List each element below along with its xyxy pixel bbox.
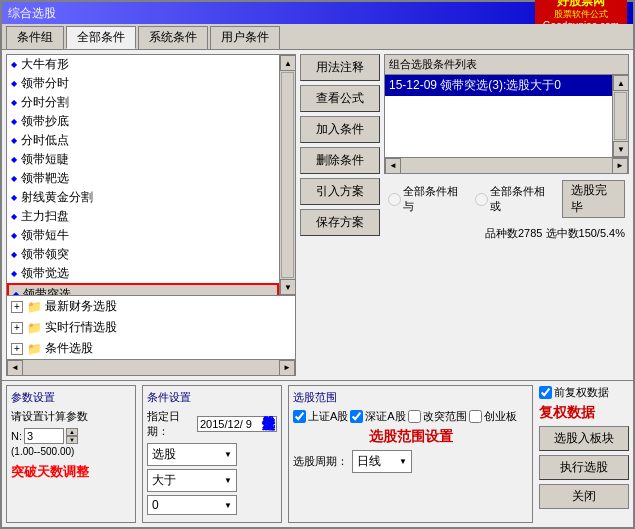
param-hint: 请设置计算参数 xyxy=(11,409,131,424)
close-btn[interactable]: 关闭 xyxy=(539,484,629,509)
tab-user-conditions[interactable]: 用户条件 xyxy=(210,26,280,49)
list-item[interactable]: ◆领带分时 xyxy=(7,74,279,93)
radio-and[interactable]: 全部条件相与 xyxy=(388,184,465,214)
adjust-text: 突破天数调整 xyxy=(11,463,131,481)
period-row: 选股周期： 日线 ▼ xyxy=(293,450,528,473)
selected-h-scrollbar[interactable]: ◄ ► xyxy=(385,157,628,173)
h-scroll-track[interactable] xyxy=(23,362,279,374)
scroll-left-btn[interactable]: ◄ xyxy=(7,360,23,376)
scroll-thumb[interactable] xyxy=(281,72,294,278)
tree-item-label: 最新财务选股 xyxy=(45,298,117,315)
n-input[interactable] xyxy=(24,428,64,444)
scroll-up-btn[interactable]: ▲ xyxy=(280,55,295,71)
scroll-right-btn[interactable]: ► xyxy=(279,360,295,376)
scroll-up-btn[interactable]: ▲ xyxy=(613,75,628,91)
select-zero[interactable]: 0 ▼ xyxy=(147,495,237,515)
scroll-left-btn[interactable]: ◄ xyxy=(385,158,401,174)
selected-scrollbar[interactable]: ▲ ▼ xyxy=(612,75,628,157)
tab-all-conditions[interactable]: 全部条件 xyxy=(66,26,136,49)
list-item[interactable]: ◆领带靶选 xyxy=(7,169,279,188)
list-item[interactable]: ◆主力扫盘 xyxy=(7,207,279,226)
list-item[interactable]: ◆领带短牛 xyxy=(7,226,279,245)
list-with-scroll: ◆大牛有形 ◆领带分时 ◆分时分割 ◆领带抄底 ◆分时低点 ◆领带短睫 ◆领带靶… xyxy=(7,55,295,295)
period-select[interactable]: 日线 ▼ xyxy=(352,450,412,473)
list-item[interactable]: ◆领带短睫 xyxy=(7,150,279,169)
chevron-down-icon: ▼ xyxy=(399,457,407,466)
tree-item-condition[interactable]: + 📁 条件选股 xyxy=(7,338,295,359)
scroll-right-btn[interactable]: ► xyxy=(612,158,628,174)
scroll-thumb[interactable] xyxy=(614,92,627,140)
list-item[interactable]: ◆射线黄金分割 xyxy=(7,188,279,207)
view-formula-btn[interactable]: 查看公式 xyxy=(300,85,380,112)
tree-item-label: 实时行情选股 xyxy=(45,319,117,336)
right-panel: 组合选股条件列表 15-12-09 领带突选(3):选股大于0 ▲ ▼ ◄ ► xyxy=(384,54,629,376)
tree-item-realtime[interactable]: + 📁 实时行情选股 xyxy=(7,317,295,338)
diamond-icon: ◆ xyxy=(11,231,17,240)
selected-list-header: 组合选股条件列表 xyxy=(385,55,628,75)
tab-condition-group[interactable]: 条件组 xyxy=(6,26,64,49)
check-chuangye[interactable]: 创业板 xyxy=(469,409,517,424)
scroll-down-btn[interactable]: ▼ xyxy=(280,279,295,295)
fuquan-checkbox[interactable] xyxy=(539,386,552,399)
selected-condition-item[interactable]: 15-12-09 领带突选(3):选股大于0 xyxy=(385,75,612,96)
select-to-board-btn[interactable]: 选股入板块 xyxy=(539,426,629,451)
chevron-down-icon: ▼ xyxy=(224,501,232,510)
brand-name: 好股票网 xyxy=(557,0,605,9)
scroll-down-btn[interactable]: ▼ xyxy=(613,141,628,157)
delete-condition-btn[interactable]: 删除条件 xyxy=(300,147,380,174)
usage-btn[interactable]: 用法注释 xyxy=(300,54,380,81)
radio-or[interactable]: 全部条件相或 xyxy=(475,184,552,214)
diamond-icon: ◆ xyxy=(11,155,17,164)
select-xuegu[interactable]: 选股 ▼ xyxy=(147,443,237,466)
spin-btn[interactable]: ▲ ▼ xyxy=(66,428,78,444)
check-gaitu[interactable]: 改突范围 xyxy=(408,409,467,424)
check-sh-a-label: 上证A股 xyxy=(308,409,348,424)
radio-and-input[interactable] xyxy=(388,193,401,206)
select-dayu[interactable]: 大于 ▼ xyxy=(147,469,237,492)
execute-select-btn[interactable]: 执行选股 xyxy=(539,455,629,480)
tab-system-conditions[interactable]: 系统条件 xyxy=(138,26,208,49)
h-scroll-track[interactable] xyxy=(401,160,612,172)
check-sh-a-input[interactable] xyxy=(293,410,306,423)
list-item-selected[interactable]: ◆领带突选 xyxy=(7,283,279,295)
radio-or-input[interactable] xyxy=(475,193,488,206)
diamond-icon: ◆ xyxy=(11,193,17,202)
check-gaitu-input[interactable] xyxy=(408,410,421,423)
folder-icon: 📁 xyxy=(27,300,42,314)
condition-list-scroll[interactable]: ◆大牛有形 ◆领带分时 ◆分时分割 ◆领带抄底 ◆分时低点 ◆领带短睫 ◆领带靶… xyxy=(7,55,279,295)
import-plan-btn[interactable]: 引入方案 xyxy=(300,178,380,205)
list-item[interactable]: ◆领带抄底 xyxy=(7,112,279,131)
title-text: 综合选股 xyxy=(8,5,56,22)
spin-up[interactable]: ▲ xyxy=(66,428,78,436)
list-item[interactable]: ◆分时低点 xyxy=(7,131,279,150)
add-condition-btn[interactable]: 加入条件 xyxy=(300,116,380,143)
list-item[interactable]: ◆领带领突 xyxy=(7,245,279,264)
chevron-down-icon: ▼ xyxy=(224,450,232,459)
diamond-icon: ◆ xyxy=(11,269,17,278)
check-sz-a-input[interactable] xyxy=(350,410,363,423)
expand-icon[interactable]: + xyxy=(11,322,23,334)
check-chuangye-input[interactable] xyxy=(469,410,482,423)
diamond-icon: ◆ xyxy=(11,212,17,221)
expand-icon[interactable]: + xyxy=(11,301,23,313)
check-sz-a[interactable]: 深证A股 xyxy=(350,409,405,424)
fuquan-checkbox-row[interactable]: 前复权数据 xyxy=(539,385,629,400)
expand-icon[interactable]: + xyxy=(11,343,23,355)
date-input[interactable] xyxy=(197,416,277,432)
list-item[interactable]: ◆领带觉选 xyxy=(7,264,279,283)
diamond-icon: ◆ xyxy=(11,79,17,88)
selected-list-content[interactable]: 15-12-09 领带突选(3):选股大于0 xyxy=(385,75,612,157)
h-scrollbar[interactable]: ◄ ► xyxy=(7,359,295,375)
range-checkboxes: 上证A股 深证A股 改突范围 创业板 xyxy=(293,409,528,424)
check-sh-a[interactable]: 上证A股 xyxy=(293,409,348,424)
complete-btn[interactable]: 选股完毕 xyxy=(562,180,625,218)
list-item[interactable]: ◆大牛有形 xyxy=(7,55,279,74)
condition-section: 条件设置 指定日期： 选股 ▼ 大于 ▼ 0 ▼ 选股条件设置 xyxy=(142,385,282,523)
spin-down[interactable]: ▼ xyxy=(66,436,78,444)
param-section: 参数设置 请设置计算参数 N: ▲ ▼ (1.00--500.00) 突破天数调… xyxy=(6,385,136,523)
range-title: 选股范围 xyxy=(293,390,528,405)
list-item[interactable]: ◆分时分割 xyxy=(7,93,279,112)
save-plan-btn[interactable]: 保存方案 xyxy=(300,209,380,236)
tree-item-recent-finance[interactable]: + 📁 最新财务选股 xyxy=(7,296,295,317)
list-scrollbar[interactable]: ▲ ▼ xyxy=(279,55,295,295)
